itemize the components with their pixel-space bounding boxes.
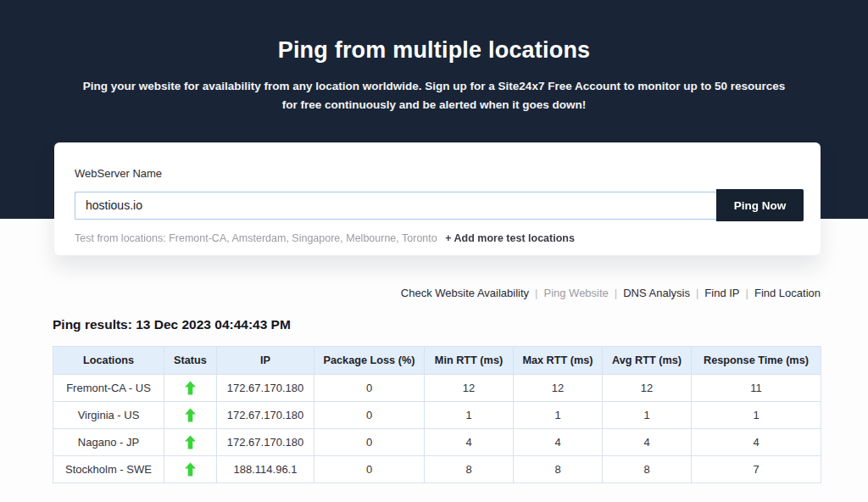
cell-package-loss: 0 bbox=[314, 429, 425, 456]
subtitle-line-2: for free continuously and be alerted whe… bbox=[0, 96, 868, 114]
cell-min-rtt: 4 bbox=[425, 429, 514, 456]
table-row: Stockholm - SWE 188.114.96.1 0 8 8 8 7 bbox=[53, 456, 821, 483]
status-up-icon bbox=[184, 381, 197, 395]
link-check-website-availability[interactable]: Check Website Availability bbox=[401, 287, 529, 299]
add-test-locations-link[interactable]: + Add more test locations bbox=[445, 232, 575, 244]
link-find-ip[interactable]: Find IP bbox=[704, 287, 739, 299]
link-find-location[interactable]: Find Location bbox=[754, 287, 821, 299]
cell-avg-rtt: 12 bbox=[603, 375, 692, 402]
col-header-response-time: Response Time (ms) bbox=[692, 347, 821, 375]
link-dns-analysis[interactable]: DNS Analysis bbox=[623, 287, 690, 299]
cell-location: Nagano - JP bbox=[53, 429, 164, 456]
form-row: Ping Now bbox=[75, 189, 804, 221]
cell-ip: 172.67.170.180 bbox=[217, 429, 314, 456]
status-up-icon bbox=[184, 408, 197, 422]
table-header-row: Locations Status IP Package Loss (%) Min… bbox=[53, 347, 821, 375]
cell-avg-rtt: 8 bbox=[603, 456, 692, 483]
cell-status bbox=[164, 456, 217, 483]
cell-max-rtt: 4 bbox=[514, 429, 603, 456]
cell-location: Virginia - US bbox=[53, 402, 164, 429]
status-up-icon bbox=[184, 462, 197, 477]
page-subtitle: Ping your website for availability from … bbox=[0, 77, 868, 114]
cell-min-rtt: 1 bbox=[425, 402, 514, 429]
col-header-min-rtt: Min RTT (ms) bbox=[425, 347, 514, 375]
cell-response-time: 4 bbox=[692, 429, 821, 456]
cell-max-rtt: 1 bbox=[514, 402, 603, 429]
cell-ip: 172.67.170.180 bbox=[217, 402, 314, 429]
link-separator: | bbox=[535, 287, 537, 299]
cell-response-time: 7 bbox=[692, 456, 821, 483]
col-header-package-loss: Package Loss (%) bbox=[314, 347, 425, 375]
cell-max-rtt: 12 bbox=[514, 375, 603, 402]
cell-response-time: 1 bbox=[692, 402, 821, 429]
ping-results-heading: Ping results: 13 Dec 2023 04:44:43 PM bbox=[53, 317, 868, 332]
test-locations-text: Test from locations: Fremont-CA, Amsterd… bbox=[75, 232, 437, 244]
webserver-name-input[interactable] bbox=[75, 192, 716, 220]
link-separator: | bbox=[696, 287, 698, 299]
table-row: Nagano - JP 172.67.170.180 0 4 4 4 4 bbox=[53, 429, 821, 456]
status-up-icon bbox=[184, 435, 197, 449]
table-row: Virginia - US 172.67.170.180 0 1 1 1 1 bbox=[53, 402, 821, 429]
cell-min-rtt: 8 bbox=[425, 456, 514, 483]
cell-location: Stockholm - SWE bbox=[53, 456, 164, 483]
page-title: Ping from multiple locations bbox=[0, 0, 868, 64]
cell-status bbox=[164, 429, 217, 456]
col-header-status: Status bbox=[164, 347, 217, 375]
cell-avg-rtt: 4 bbox=[603, 429, 692, 456]
col-header-locations: Locations bbox=[53, 347, 164, 375]
cell-ip: 188.114.96.1 bbox=[217, 456, 314, 483]
ping-form-card: WebServer Name Ping Now Test from locati… bbox=[54, 142, 821, 255]
cell-min-rtt: 12 bbox=[425, 375, 514, 402]
cell-status bbox=[164, 375, 217, 402]
cell-response-time: 11 bbox=[692, 375, 821, 402]
link-separator: | bbox=[615, 287, 617, 299]
link-ping-website-current[interactable]: Ping Website bbox=[543, 287, 608, 299]
cell-status bbox=[164, 402, 217, 429]
cell-package-loss: 0 bbox=[314, 402, 425, 429]
cell-package-loss: 0 bbox=[314, 456, 425, 483]
webserver-name-label: WebServer Name bbox=[54, 142, 821, 180]
subtitle-line-1: Ping your website for availability from … bbox=[0, 77, 868, 96]
test-locations-note: Test from locations: Fremont-CA, Amsterd… bbox=[75, 232, 800, 244]
table-row: Fremont-CA - US 172.67.170.180 0 12 12 1… bbox=[53, 375, 821, 402]
cell-location: Fremont-CA - US bbox=[53, 375, 164, 402]
tool-links-nav: Check Website Availability|Ping Website|… bbox=[0, 287, 821, 299]
cell-avg-rtt: 1 bbox=[603, 402, 692, 429]
ping-results-table: Locations Status IP Package Loss (%) Min… bbox=[53, 346, 821, 483]
ping-now-button[interactable]: Ping Now bbox=[716, 189, 804, 221]
cell-package-loss: 0 bbox=[314, 375, 425, 402]
col-header-ip: IP bbox=[217, 347, 314, 375]
cell-max-rtt: 8 bbox=[514, 456, 603, 483]
link-separator: | bbox=[746, 287, 748, 299]
col-header-max-rtt: Max RTT (ms) bbox=[514, 347, 603, 375]
cell-ip: 172.67.170.180 bbox=[217, 375, 314, 402]
col-header-avg-rtt: Avg RTT (ms) bbox=[603, 347, 692, 375]
